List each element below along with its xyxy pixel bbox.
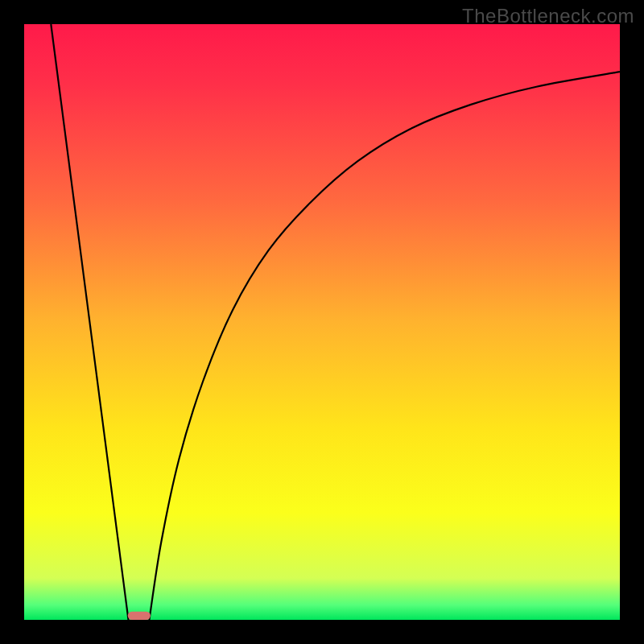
bottleneck-chart <box>24 24 620 620</box>
bottleneck-marker <box>128 612 151 620</box>
watermark-text: TheBottleneck.com <box>462 5 634 27</box>
gradient-background <box>24 24 620 620</box>
chart-frame: { "watermark": "TheBottleneck.com", "cha… <box>0 0 644 644</box>
marker-layer <box>128 612 151 620</box>
